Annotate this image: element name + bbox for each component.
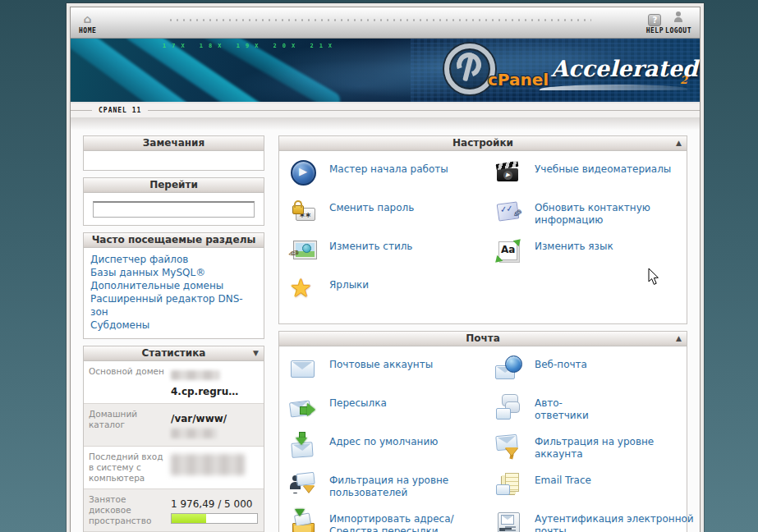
notices-header: Замечания [84, 136, 264, 151]
find-input[interactable] [93, 201, 255, 218]
notices-body [84, 151, 264, 170]
collapse-down-icon[interactable]: ▼ [253, 346, 259, 360]
email-authentication-icon [494, 509, 524, 532]
feature-item[interactable]: Почтовые аккаунты [289, 355, 494, 393]
help-label: HELP [646, 27, 664, 34]
feature-link[interactable]: Сменить пароль [329, 198, 414, 214]
frequent-links-list: Диспетчер файловБазы данных MySQL®Дополн… [84, 248, 264, 338]
main-panel: Настройки ▲ Мастер начала работыУчебные … [278, 135, 687, 532]
feature-link[interactable]: Ярлыки [329, 275, 369, 291]
help-icon: ? [648, 14, 661, 26]
find-box: Перейти [83, 177, 264, 226]
email-trace-icon [494, 470, 524, 498]
feature-item[interactable]: Обновить контактную информацию [494, 198, 698, 236]
redacted-value [171, 429, 217, 438]
shortcuts-icon [289, 275, 319, 303]
feature-item[interactable]: Учебные видеоматериалы [494, 159, 698, 198]
feature-item[interactable]: Адрес по умолчанию [289, 432, 494, 470]
getting-started-wizard-icon [289, 159, 319, 187]
collapse-up-icon[interactable]: ▲ [676, 136, 682, 150]
help-button[interactable]: ? HELP [646, 11, 664, 34]
mail-items: Почтовые аккаунтыВеб-почтаПересылкаАвто-… [279, 346, 687, 532]
logo-swoosh [540, 85, 691, 90]
usage-bar-fill [172, 514, 206, 523]
stat-label: Последний вход в систему с компьютера [89, 452, 171, 484]
feature-item[interactable]: Аутентификация электронной почты [494, 509, 698, 532]
stat-row: Основной домен4.cp.regru… [84, 361, 264, 403]
stat-row: Занятое дисковое пространство1 976,49 / … [84, 488, 264, 531]
edition-sub-text: 2 [680, 74, 687, 86]
feature-item[interactable]: Email Trace [494, 470, 698, 509]
default-address-icon [289, 432, 319, 460]
feature-link[interactable]: Мастер начала работы [329, 159, 448, 176]
feature-link[interactable]: Авто- ответчики [535, 393, 589, 422]
webmail-icon [494, 355, 524, 383]
feature-item[interactable]: Веб-почта [494, 355, 698, 393]
autoresponders-icon [494, 393, 524, 421]
change-language-icon [494, 236, 524, 264]
cpanel-window: ⌂ HOME ? HELP LOGOUT 17X 18X 19X 20X 21X… [70, 7, 701, 532]
email-accounts-icon [289, 355, 319, 383]
feature-link[interactable]: Веб-почта [535, 355, 587, 371]
frequent-header: Часто посещаемые разделы [84, 233, 264, 248]
stat-value: 1 976,49 / 5 000 [171, 498, 252, 510]
feature-link[interactable]: Адрес по умолчанию [329, 432, 438, 448]
home-label: HOME [79, 27, 96, 34]
redacted-value [171, 370, 220, 380]
edition-text: Accelerated [551, 56, 698, 81]
feature-item[interactable]: Пересылка [289, 393, 494, 432]
feature-item[interactable]: Ярлыки [289, 275, 494, 314]
feature-item[interactable]: Фильтрация на уровне аккаунта [494, 432, 698, 470]
feature-item[interactable]: Изменить язык [494, 236, 698, 275]
topbar-dotted-divider [168, 18, 591, 23]
frequent-link[interactable]: Диспетчер файлов [90, 253, 257, 266]
top-bar: ⌂ HOME ? HELP LOGOUT [71, 7, 700, 39]
stat-value-area [171, 452, 259, 484]
collapse-up-icon[interactable]: ▲ [676, 332, 682, 346]
feature-item[interactable]: Изменить стиль [289, 236, 494, 275]
feature-link[interactable]: Изменить стиль [329, 236, 412, 253]
feature-link[interactable]: Email Trace [535, 470, 591, 487]
feature-link[interactable]: Обновить контактную информацию [535, 198, 650, 227]
home-button[interactable]: ⌂ HOME [79, 11, 96, 34]
sidebar: Замечания Перейти Часто посещаемые разде… [83, 135, 264, 532]
version-strip: CPANEL 11 [71, 103, 700, 117]
logout-button[interactable]: LOGOUT [665, 11, 691, 34]
feature-item[interactable]: Авто- ответчики [494, 393, 698, 432]
stat-value: /var/www/ [171, 413, 227, 424]
feature-link[interactable]: Аутентификация электронной почты [535, 509, 694, 532]
stat-row: Домашний каталог/var/www/ [84, 403, 264, 446]
video-tutorials-icon [494, 159, 524, 187]
stats-box: Статистика ▼ Основной домен4.cp.regru…До… [83, 346, 264, 532]
change-style-icon [289, 236, 319, 264]
frequent-link[interactable]: Дополнительные домены [90, 279, 257, 292]
frequent-link[interactable]: Субдомены [90, 319, 257, 332]
stats-header: Статистика ▼ [84, 346, 264, 361]
brand-text: cPanel [488, 70, 549, 89]
user-level-filtering-icon [289, 470, 319, 498]
stat-row: Последний вход в систему с компьютера [84, 446, 264, 488]
feature-link[interactable]: Пересылка [329, 393, 387, 410]
feature-link[interactable]: Фильтрация на уровне аккаунта [535, 432, 695, 461]
notices-box: Замечания [83, 135, 264, 171]
feature-link[interactable]: Изменить язык [535, 236, 613, 253]
feature-item[interactable]: Фильтрация на уровне пользователей [289, 470, 494, 509]
page-content: Замечания Перейти Часто посещаемые разде… [71, 117, 700, 532]
feature-link[interactable]: Почтовые аккаунты [329, 355, 433, 371]
feature-link[interactable]: Фильтрация на уровне пользователей [329, 470, 448, 499]
import-addresses-icon [289, 509, 319, 532]
feature-item[interactable]: Мастер начала работы [289, 159, 494, 198]
stat-value: 4.cp.regru… [171, 386, 238, 397]
feature-link[interactable]: Импортировать адреса/ Средства пересылки [329, 509, 454, 532]
cpanel-version-label: CPANEL 11 [92, 107, 148, 114]
stat-value-area: /var/www/ [171, 409, 259, 441]
feature-item[interactable]: Импортировать адреса/ Средства пересылки [289, 509, 494, 532]
frequent-link[interactable]: Базы данных MySQL® [90, 266, 257, 279]
feature-link[interactable]: Учебные видеоматериалы [535, 159, 671, 176]
feature-item[interactable]: Сменить пароль [289, 198, 494, 236]
stat-value-area: 4.cp.regru… [171, 366, 259, 398]
usage-bar [171, 513, 258, 524]
stat-value-area: 1 976,49 / 5 000 [171, 494, 259, 526]
update-contact-info-icon [494, 198, 524, 226]
frequent-link[interactable]: Расширенный редактор DNS-зон [90, 292, 257, 319]
